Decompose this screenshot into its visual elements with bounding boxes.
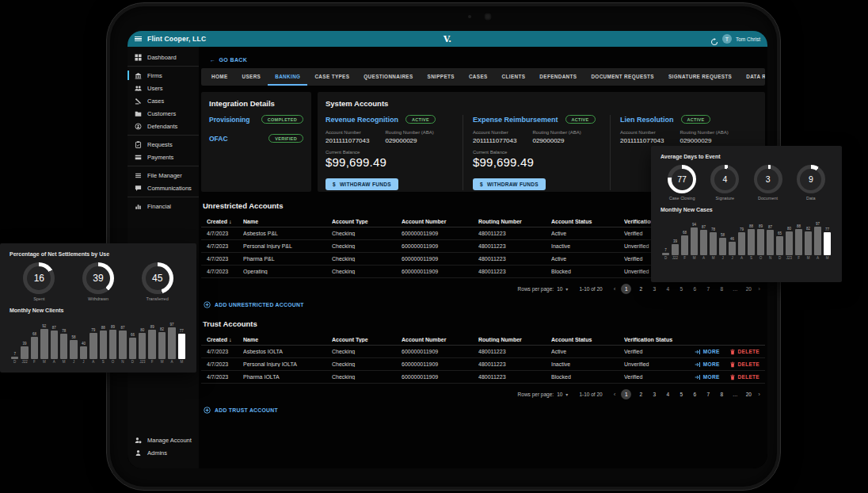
bar-axis-label: J — [731, 256, 733, 261]
column-header[interactable]: Account Number — [402, 219, 478, 224]
go-back-link[interactable]: ← GO BACK — [210, 57, 765, 63]
sidebar-item-payments[interactable]: Payments — [128, 151, 199, 163]
bar-value-label: 94 — [692, 223, 696, 227]
tab-cases[interactable]: CASES — [462, 68, 495, 86]
account-name[interactable]: Expense Reimbursement — [473, 116, 558, 124]
column-header[interactable]: Account Status — [551, 219, 624, 224]
refresh-icon[interactable] — [710, 35, 718, 43]
column-header[interactable]: Routing Number — [478, 219, 551, 224]
page-button[interactable]: 4 — [664, 286, 672, 292]
page-button[interactable]: 1 — [621, 284, 631, 294]
bar-column: 68F — [31, 319, 38, 365]
page-button[interactable]: 7 — [704, 392, 712, 397]
page-button[interactable]: 2 — [637, 392, 645, 397]
more-button[interactable]: MORE — [695, 361, 720, 368]
more-button[interactable]: MORE — [695, 374, 720, 380]
table-cell: 600000011909 — [402, 269, 478, 274]
page-button[interactable]: 5 — [677, 392, 685, 397]
integration-label[interactable]: OFAC — [209, 135, 228, 143]
page-button[interactable]: 2 — [637, 286, 645, 292]
bar-value-label: 7 — [664, 248, 667, 252]
sidebar-divider — [128, 197, 199, 197]
sidebar-item-file-manager[interactable]: File Manager — [128, 169, 199, 182]
status-badge: COMPLETED — [261, 115, 303, 124]
tab-banking[interactable]: BANKING — [268, 68, 307, 86]
sensor-dot — [468, 15, 471, 18]
tab-signature-requests[interactable]: SIGNATURE REQUESTS — [661, 68, 739, 86]
tab-data-requests[interactable]: DATA REQUESTS — [739, 68, 765, 86]
tab-defendants[interactable]: DEFENDANTS — [532, 68, 584, 86]
sidebar-item-defendants[interactable]: Defendants — [128, 120, 199, 132]
column-header[interactable]: Routing Number — [478, 337, 551, 342]
prev-page-button[interactable]: ‹ — [614, 391, 616, 398]
column-header[interactable]: Created ↓ — [207, 337, 243, 342]
tab-case-types[interactable]: CASE TYPES — [307, 68, 356, 86]
menu-icon[interactable] — [135, 36, 142, 42]
page-button[interactable]: 8 — [718, 286, 725, 292]
page-button[interactable]: 6 — [691, 286, 699, 292]
user-name[interactable]: Tom Christ — [736, 36, 760, 42]
sidebar-item-users[interactable]: Users — [128, 82, 199, 94]
withdraw-funds-button[interactable]: $ WITHDRAW FUNDS — [326, 178, 398, 190]
column-header[interactable]: Name — [243, 219, 332, 224]
more-button[interactable]: MORE — [695, 349, 720, 355]
tab-document-requests[interactable]: DOCUMENT REQUESTS — [584, 68, 661, 86]
tab-snippets[interactable]: SNIPPETS — [421, 68, 462, 86]
bar-axis-label: O — [760, 256, 763, 261]
page-button[interactable]: 7 — [704, 286, 712, 292]
rows-per-page-control[interactable]: Rows per page: 10 ▾ — [518, 286, 569, 292]
page-button[interactable]: 20 — [744, 392, 752, 397]
tab-clients[interactable]: CLIENTS — [495, 68, 533, 86]
tab-questionnaires[interactable]: QUESTIONNAIRES — [356, 68, 420, 86]
page-button[interactable]: … — [731, 286, 739, 292]
bar-column: 87A — [700, 218, 707, 261]
table-cell: Active — [551, 349, 624, 354]
column-header[interactable]: Name — [243, 337, 332, 342]
sidebar-item-customers[interactable]: Customers — [128, 107, 199, 120]
integration-label[interactable]: Provisioning — [209, 116, 249, 124]
page-button[interactable]: 3 — [650, 392, 658, 397]
column-header[interactable]: Verification Status — [624, 337, 694, 342]
sidebar-item-dashboard[interactable]: Dashboard — [128, 51, 199, 63]
table-row[interactable]: 4/7/2023Personal Injury IOLTAChecking600… — [201, 358, 765, 371]
page-button[interactable]: 6 — [691, 392, 699, 397]
sidebar-item-cases[interactable]: Cases — [128, 94, 199, 107]
page-button[interactable]: 20 — [744, 286, 752, 292]
table-row[interactable]: 4/7/2023Asbestos IOLTAChecking6000000119… — [201, 346, 765, 358]
table-cell: 480011223 — [478, 374, 551, 380]
sidebar-item-firms[interactable]: Firms — [128, 69, 199, 82]
withdraw-funds-button[interactable]: $ WITHDRAW FUNDS — [473, 178, 546, 190]
account-name[interactable]: Revenue Recognition — [326, 116, 398, 124]
delete-button[interactable]: DELETE — [729, 361, 760, 368]
add-trust-account-button[interactable]: ADD TRUST ACCOUNT — [204, 407, 765, 414]
column-header[interactable]: Account Type — [332, 219, 402, 224]
user-avatar[interactable]: T — [722, 34, 732, 44]
tab-users[interactable]: USERS — [235, 68, 268, 86]
column-header[interactable]: Account Number — [402, 337, 478, 342]
page-button[interactable]: 4 — [664, 392, 672, 397]
sidebar-item-financial[interactable]: Financial — [128, 200, 199, 212]
tab-home[interactable]: HOME — [204, 68, 235, 86]
page-button[interactable]: 5 — [677, 286, 685, 292]
column-header[interactable]: Account Status — [551, 337, 624, 342]
sidebar-item-requests[interactable]: Requests — [128, 138, 199, 151]
sidebar-item-admins[interactable]: Admins — [128, 446, 199, 459]
sidebar-item-manage-account[interactable]: Manage Account — [128, 434, 199, 446]
table-row[interactable]: 4/7/2023Pharma IOLTAChecking600000011909… — [201, 371, 765, 384]
account-number: 2011111077043 — [620, 137, 664, 144]
page-button[interactable]: 8 — [718, 392, 725, 397]
column-header[interactable]: Account Type — [332, 337, 402, 342]
sidebar-item-communications[interactable]: Communications — [128, 182, 199, 194]
delete-button[interactable]: DELETE — [729, 374, 760, 380]
account-name[interactable]: Lien Resolution — [620, 116, 674, 124]
rows-per-page-control[interactable]: Rows per page: 10 ▾ — [518, 392, 569, 397]
add-unrestricted-account-button[interactable]: ADD UNRESTRICTED ACCOUNT — [204, 301, 765, 308]
page-button[interactable]: … — [731, 392, 739, 397]
page-button[interactable]: 1 — [621, 389, 631, 399]
next-page-button[interactable]: › — [758, 285, 760, 292]
page-button[interactable]: 3 — [650, 286, 658, 292]
column-header[interactable]: Created ↓ — [207, 219, 243, 224]
prev-page-button[interactable]: ‹ — [614, 285, 616, 292]
delete-button[interactable]: DELETE — [729, 349, 760, 355]
next-page-button[interactable]: › — [758, 391, 760, 398]
